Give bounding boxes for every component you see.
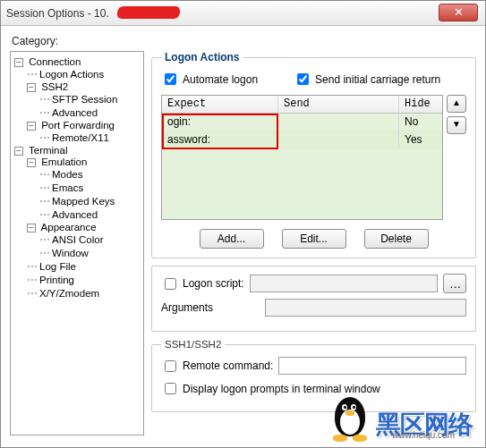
tree-emacs[interactable]: Emacs [52,182,83,193]
col-hide[interactable]: Hide [399,96,442,113]
collapse-icon[interactable]: − [27,224,36,232]
script-group: Logon script: … Arguments [151,266,476,332]
panel-title: Logon Actions [161,51,243,63]
collapse-icon[interactable]: − [27,122,36,131]
category-tree[interactable]: − Connection ⋯Logon Actions − SSH2 ⋯SFTP… [10,51,144,435]
remote-command-label: Remote command: [183,359,273,372]
ssh-group: SSH1/SSH2 Remote command: Display logon … [151,339,476,412]
arguments-input[interactable] [265,299,466,317]
tree-logon-actions[interactable]: Logon Actions [39,69,104,80]
tree-terminal[interactable]: Terminal [29,145,67,156]
send-cr-checkbox[interactable] [297,73,309,85]
tree-xyzmodem[interactable]: X/Y/Zmodem [39,288,99,299]
tree-window[interactable]: Window [52,248,89,258]
table-row[interactable]: ogin: No [162,114,442,131]
remote-command-checkbox[interactable] [165,360,176,372]
logon-script-label: Logon script: [183,277,244,290]
collapse-icon[interactable]: − [27,158,36,167]
browse-script-button[interactable]: … [443,274,466,293]
expect-send-grid[interactable]: Expect Send Hide ogin: No assword: [161,95,443,220]
automate-logon-checkbox[interactable] [165,73,176,85]
add-button[interactable]: Add... [200,229,264,249]
tree-printing[interactable]: Printing [39,275,74,285]
delete-button[interactable]: Delete [364,229,429,249]
collapse-icon[interactable]: − [14,147,23,156]
col-expect[interactable]: Expect [162,96,278,113]
edit-button[interactable]: Edit... [282,229,346,249]
logon-actions-group: Logon Actions Automate logon Send initia… [151,51,476,258]
category-label: Category: [12,35,476,47]
move-up-button[interactable]: ▲ [447,95,466,113]
tree-ssh2[interactable]: SSH2 [41,81,68,92]
tree-connection[interactable]: Connection [29,56,81,67]
tree-sftp-session[interactable]: SFTP Session [52,94,117,105]
tree-modes[interactable]: Modes [52,169,83,180]
close-button[interactable]: ✕ [439,4,478,21]
window-title: Session Options - 10. [6,7,109,20]
logon-script-input[interactable] [250,275,438,292]
table-row[interactable]: assword: Yes [162,131,442,149]
collapse-icon[interactable]: − [14,58,23,67]
tree-remote-x11[interactable]: Remote/X11 [52,132,109,143]
display-prompts-checkbox[interactable] [165,383,176,394]
tree-appearance[interactable]: Appearance [41,222,97,232]
tree-ansi-color[interactable]: ANSI Color [52,234,104,245]
arguments-label: Arguments [161,301,260,314]
logon-script-checkbox[interactable] [165,278,176,290]
remote-command-input[interactable] [278,357,466,375]
display-prompts-label: Display logon prompts in terminal window [183,383,380,395]
automate-logon-check[interactable]: Automate logon [161,71,258,88]
tree-advanced[interactable]: Advanced [52,107,98,118]
collapse-icon[interactable]: − [27,83,36,92]
tree-mapped-keys[interactable]: Mapped Keys [52,196,115,207]
send-cr-check[interactable]: Send initial carriage return [294,71,440,88]
tree-advanced2[interactable]: Advanced [52,209,98,220]
ssh-legend: SSH1/SSH2 [161,339,225,350]
tree-emulation[interactable]: Emulation [41,156,87,167]
move-down-button[interactable]: ▼ [447,116,466,134]
tree-port-forwarding[interactable]: Port Forwarding [41,120,115,131]
tree-log-file[interactable]: Log File [39,261,76,272]
col-send[interactable]: Send [278,96,399,113]
redaction-mark [116,6,181,19]
